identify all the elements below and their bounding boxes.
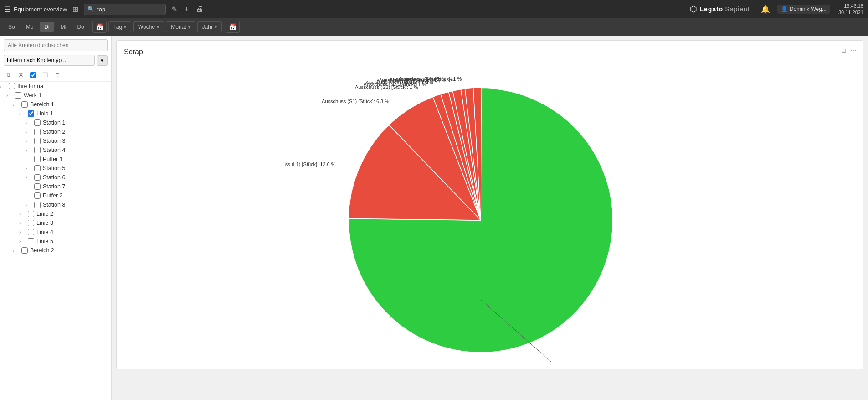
tree-arrow-linie1: › (19, 111, 26, 116)
tree-item-linie5[interactable]: › Linie 5 (0, 237, 111, 246)
tree-checkbox-linie5[interactable] (28, 238, 34, 244)
tree-checkbox-firma[interactable] (9, 83, 15, 89)
day-di[interactable]: Di (40, 22, 54, 32)
tree-item-station6[interactable]: › Station 6 (0, 173, 111, 182)
tree-item-puffer1[interactable]: Puffer 1 (0, 155, 111, 164)
tree-item-puffer2[interactable]: Puffer 2 (0, 191, 111, 200)
tree-checkbox-station4[interactable] (34, 147, 41, 153)
tree-item-linie4[interactable]: › Linie 4 (0, 228, 111, 237)
add-icon-button[interactable]: + (183, 3, 190, 15)
list-view-button[interactable]: ≡ (55, 70, 60, 79)
tree-checkbox-linie4[interactable] (28, 229, 34, 235)
tree-arrow-station2: › (26, 130, 32, 135)
tree-arrow-linie3: › (19, 221, 26, 226)
tree-checkbox-linie2[interactable] (28, 211, 34, 217)
select-all-checkbox[interactable] (30, 72, 36, 78)
tree-checkbox-bereich1[interactable] (21, 101, 28, 108)
pie-label-line-9 (463, 79, 478, 88)
tree-checkbox-station2[interactable] (34, 129, 41, 135)
tree-item-station3[interactable]: › Station 3 (0, 136, 111, 145)
tree-label-station4: Station 4 (43, 147, 111, 153)
tree-checkbox-puffer2[interactable] (34, 192, 41, 199)
tree-item-station2[interactable]: › Station 2 (0, 127, 111, 136)
tree-item-station8[interactable]: › Station 8 (0, 200, 111, 209)
tree-item-station5[interactable]: › Station 5 (0, 164, 111, 173)
more-icon[interactable]: ⋯ (850, 47, 857, 54)
page-icon-button[interactable]: ⊞ (71, 3, 80, 16)
pie-label-line-4 (428, 84, 444, 93)
filter-dropdown-button[interactable]: ▾ (97, 55, 108, 66)
tree-checkbox-station1[interactable] (34, 119, 41, 126)
tree-label-linie1: Linie 1 (36, 110, 111, 117)
tree-arrow-station5: › (26, 166, 32, 171)
node-search-input[interactable] (4, 39, 108, 51)
collapse-all-button[interactable]: ⇅ (5, 70, 12, 79)
tree-checkbox-bereich2[interactable] (21, 247, 28, 254)
tree-arrow-werk1: › (6, 93, 13, 98)
deselect-all-button[interactable]: ✕ (17, 70, 25, 79)
tree-item-linie1[interactable]: › Linie 1 (0, 109, 111, 118)
user-menu[interactable]: 👤 Dominik Weg... (777, 5, 830, 14)
tree-item-bereich1[interactable]: › Bereich 1 (0, 100, 111, 109)
tree-item-bereich2[interactable]: › Bereich 2 (0, 246, 111, 255)
tree-arrow-station6: › (26, 175, 32, 180)
search-input[interactable] (84, 4, 166, 15)
edit-icon-button[interactable]: ✎ (169, 3, 179, 16)
tree-arrow-bereich1: › (13, 102, 19, 107)
tree-item-station7[interactable]: › Station 7 (0, 182, 111, 191)
sidebar-search-area (0, 36, 111, 55)
filter-woche[interactable]: Woche ▾ (133, 21, 164, 32)
expand-button[interactable]: ☐ (41, 70, 49, 79)
tree-label-station8: Station 8 (43, 202, 111, 208)
filter-icon[interactable]: ⊟ (841, 47, 847, 54)
tree-arrow-linie4: › (19, 230, 26, 235)
tree-checkbox-station7[interactable] (34, 183, 41, 190)
day-so[interactable]: So (4, 22, 20, 32)
filter-monat[interactable]: Monat ▾ (166, 21, 195, 32)
tree-checkbox-werk1[interactable] (15, 92, 21, 99)
bell-icon[interactable]: 🔔 (761, 5, 770, 14)
tree-label-puffer1: Puffer 1 (43, 156, 111, 162)
pie-label-text-9: Ausschuss (S8) [Stück]: 1 % (398, 76, 462, 82)
tree-checkbox-puffer1[interactable] (34, 156, 41, 162)
node-type-filter[interactable]: Filtern nach Knotentyp ... (4, 55, 95, 66)
app-title: Equipment overview (14, 6, 67, 13)
tree-item-firma[interactable]: › Ihre Firma (0, 82, 111, 91)
tree-label-linie5: Linie 5 (36, 238, 111, 244)
tree-item-linie2[interactable]: › Linie 2 (0, 209, 111, 218)
tree-arrow-linie2: › (19, 212, 26, 217)
day-do[interactable]: Do (72, 22, 88, 32)
tree-item-werk1[interactable]: › Werk 1 (0, 91, 111, 100)
filter-tag[interactable]: Tag ▾ (108, 21, 131, 32)
tree-scroll: › Ihre Firma › Werk 1 › Bereich 1 › Lini… (0, 82, 111, 400)
tree-item-station1[interactable]: › Station 1 (0, 118, 111, 127)
pie-label-line-1 (337, 164, 359, 168)
datepicker-button[interactable]: 📅 (226, 21, 240, 33)
tree-checkbox-station3[interactable] (34, 138, 41, 144)
tree-arrow-bereich2: › (13, 248, 19, 253)
tree-item-station4[interactable]: › Station 4 (0, 145, 111, 155)
tree-checkbox-station8[interactable] (34, 202, 41, 208)
pie-chart-container: Iststück (L1) [Stück]: 75.2 %Ausschuss (… (124, 65, 856, 362)
hamburger-menu[interactable]: ☰ Equipment overview (5, 5, 67, 14)
tree-label-station5: Station 5 (43, 165, 111, 171)
main-layout: Filtern nach Knotentyp ... ▾ ⇅ ✕ ☐ ≡ › I… (0, 36, 868, 400)
filter-jahr[interactable]: Jahr ▾ (197, 21, 222, 32)
tree-label-linie4: Linie 4 (36, 229, 111, 235)
day-mi[interactable]: Mi (56, 22, 71, 32)
hamburger-icon: ☰ (5, 5, 11, 14)
chart-title: Scrap (124, 48, 856, 56)
print-icon-button[interactable]: 🖨 (194, 3, 205, 15)
day-mo[interactable]: Mo (21, 22, 38, 32)
tree-checkbox-linie1[interactable] (28, 110, 34, 117)
tree-item-linie3[interactable]: › Linie 3 (0, 218, 111, 228)
tree-arrow-linie5: › (19, 239, 26, 244)
calendar-icon-button[interactable]: 📅 (92, 21, 107, 33)
pie-label-text-1: Ausschuss (L1) [Stück]: 12.6 % (285, 161, 336, 167)
tree-checkbox-station6[interactable] (34, 174, 41, 181)
tree-arrow-station1: › (26, 120, 32, 125)
tree-checkbox-station5[interactable] (34, 165, 41, 171)
content-area: Scrap ⊟ ⋯ Iststück (L1) [Stück]: 75.2 %A… (112, 36, 868, 400)
tree-checkbox-linie3[interactable] (28, 220, 34, 226)
tree-label-station1: Station 1 (43, 119, 111, 126)
